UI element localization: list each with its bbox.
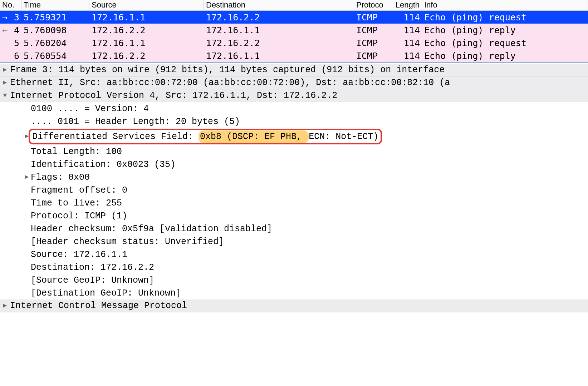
col-header-dest[interactable]: Destination: [204, 0, 354, 11]
cell-info: Echo (ping) request: [422, 37, 588, 49]
cell-time: 5.760554: [21, 50, 89, 62]
highlight-text: 0xb8 (DSCP: EF PHB,: [199, 130, 309, 143]
detail-label: Fragment offset: 0: [31, 184, 127, 197]
packet-details-pane: ▶ Frame 3: 114 bytes on wire (912 bits),…: [0, 63, 588, 312]
detail-fragment-offset[interactable]: Fragment offset: 0: [0, 184, 588, 197]
detail-header-length[interactable]: .... 0101 = Header Length: 20 bytes (5): [0, 115, 588, 128]
highlight-box: Differentiated Services Field: 0xb8 (DSC…: [29, 129, 382, 144]
cell-no: 5: [9, 37, 21, 49]
detail-label: [Header checksum status: Unverified]: [31, 236, 224, 248]
cell-time: 5.759321: [21, 11, 89, 24]
cell-prot: ICMP: [354, 50, 386, 62]
detail-ipv4[interactable]: ▼ Internet Protocol Version 4, Src: 172.…: [0, 89, 588, 102]
detail-checksum-status[interactable]: [Header checksum status: Unverified]: [0, 235, 588, 248]
detail-label: [Destination GeoIP: Unknown]: [31, 287, 181, 300]
packet-row[interactable]: 6 5.760554 172.16.2.2 172.16.1.1 ICMP 11…: [0, 49, 588, 62]
cell-no: 6: [9, 50, 21, 62]
cell-no: 4: [9, 24, 21, 36]
detail-label: Internet Control Message Protocol: [10, 300, 187, 312]
col-header-no[interactable]: No.: [0, 0, 21, 11]
detail-source-geoip[interactable]: [Source GeoIP: Unknown]: [0, 274, 588, 287]
detail-label: Total Length: 100: [31, 145, 122, 158]
detail-ttl[interactable]: Time to live: 255: [0, 197, 588, 209]
cell-len: 114: [386, 50, 422, 62]
chevron-right-icon[interactable]: ▶: [0, 65, 10, 74]
detail-label: Destination: 172.16.2.2: [31, 261, 154, 274]
col-header-source[interactable]: Source: [89, 0, 204, 11]
cell-src: 172.16.1.1: [89, 37, 204, 49]
cell-src: 172.16.2.2: [89, 24, 204, 36]
chevron-right-icon[interactable]: ▶: [0, 301, 10, 310]
detail-label: Frame 3: 114 bytes on wire (912 bits), 1…: [10, 64, 445, 76]
detail-label: Protocol: ICMP (1): [31, 210, 127, 222]
chevron-right-icon[interactable]: ▶: [0, 78, 10, 87]
col-header-info[interactable]: Info: [422, 0, 588, 11]
chevron-right-icon[interactable]: ▶: [23, 173, 31, 182]
arrow-right-icon: →: [0, 11, 9, 24]
packet-row[interactable]: 5 5.760204 172.16.1.1 172.16.2.2 ICMP 11…: [0, 36, 588, 49]
cell-dst: 172.16.2.2: [204, 11, 354, 24]
cell-src: 172.16.2.2: [89, 50, 204, 62]
cell-time: 5.760204: [21, 37, 89, 49]
detail-label: .... 0101 = Header Length: 20 bytes (5): [31, 115, 240, 128]
detail-label: ECN: Not-ECT): [309, 130, 378, 143]
col-header-proto[interactable]: Protoco: [354, 0, 386, 11]
cell-len: 114: [386, 24, 422, 36]
col-header-time[interactable]: Time: [21, 0, 89, 11]
detail-label: [Source GeoIP: Unknown]: [31, 274, 154, 287]
detail-destination[interactable]: Destination: 172.16.2.2: [0, 261, 588, 274]
detail-total-length[interactable]: Total Length: 100: [0, 145, 588, 158]
detail-label: Differentiated Services Field:: [32, 130, 199, 143]
cell-no: 3: [9, 11, 21, 24]
arrow-left-icon: ←: [0, 24, 9, 36]
detail-label: Ethernet II, Src: aa:bb:cc:00:72:00 (aa:…: [10, 76, 450, 89]
cell-prot: ICMP: [354, 24, 386, 36]
detail-ethernet[interactable]: ▶ Ethernet II, Src: aa:bb:cc:00:72:00 (a…: [0, 76, 588, 89]
detail-checksum[interactable]: Header checksum: 0x5f9a [validation disa…: [0, 222, 588, 235]
cell-info: Echo (ping) request: [422, 11, 588, 24]
cell-info: Echo (ping) reply: [422, 24, 588, 36]
cell-info: Echo (ping) reply: [422, 50, 588, 62]
cell-src: 172.16.1.1: [89, 11, 204, 24]
packet-row[interactable]: ← 4 5.760098 172.16.2.2 172.16.1.1 ICMP …: [0, 24, 588, 36]
detail-dsfield[interactable]: ▶ Differentiated Services Field: 0xb8 (D…: [0, 128, 588, 145]
detail-label: 0100 .... = Version: 4: [31, 103, 149, 115]
detail-source[interactable]: Source: 172.16.1.1: [0, 248, 588, 261]
detail-label: Header checksum: 0x5f9a [validation disa…: [31, 223, 272, 235]
cell-dst: 172.16.1.1: [204, 50, 354, 62]
detail-flags[interactable]: ▶ Flags: 0x00: [0, 171, 588, 184]
detail-protocol[interactable]: Protocol: ICMP (1): [0, 209, 588, 222]
cell-prot: ICMP: [354, 11, 386, 24]
detail-label: Flags: 0x00: [31, 171, 90, 184]
detail-identification[interactable]: Identification: 0x0023 (35): [0, 158, 588, 171]
detail-destination-geoip[interactable]: [Destination GeoIP: Unknown]: [0, 287, 588, 300]
detail-label: Source: 172.16.1.1: [31, 248, 127, 261]
cell-len: 114: [386, 37, 422, 49]
cell-prot: ICMP: [354, 37, 386, 49]
detail-label: Internet Protocol Version 4, Src: 172.16…: [10, 89, 337, 102]
packet-list-pane: No. Time Source Destination Protoco Leng…: [0, 0, 588, 63]
chevron-down-icon[interactable]: ▼: [0, 91, 10, 100]
col-header-length[interactable]: Length: [386, 0, 422, 11]
detail-label: Identification: 0x0023 (35): [31, 158, 176, 171]
cell-dst: 172.16.2.2: [204, 37, 354, 49]
detail-icmp[interactable]: ▶ Internet Control Message Protocol: [0, 300, 588, 312]
packet-row[interactable]: → 3 5.759321 172.16.1.1 172.16.2.2 ICMP …: [0, 11, 588, 24]
detail-label: Time to live: 255: [31, 197, 122, 209]
cell-len: 114: [386, 11, 422, 24]
detail-frame[interactable]: ▶ Frame 3: 114 bytes on wire (912 bits),…: [0, 64, 588, 76]
cell-dst: 172.16.1.1: [204, 24, 354, 36]
packet-list-header: No. Time Source Destination Protoco Leng…: [0, 0, 588, 11]
cell-time: 5.760098: [21, 24, 89, 36]
detail-version[interactable]: 0100 .... = Version: 4: [0, 102, 588, 115]
